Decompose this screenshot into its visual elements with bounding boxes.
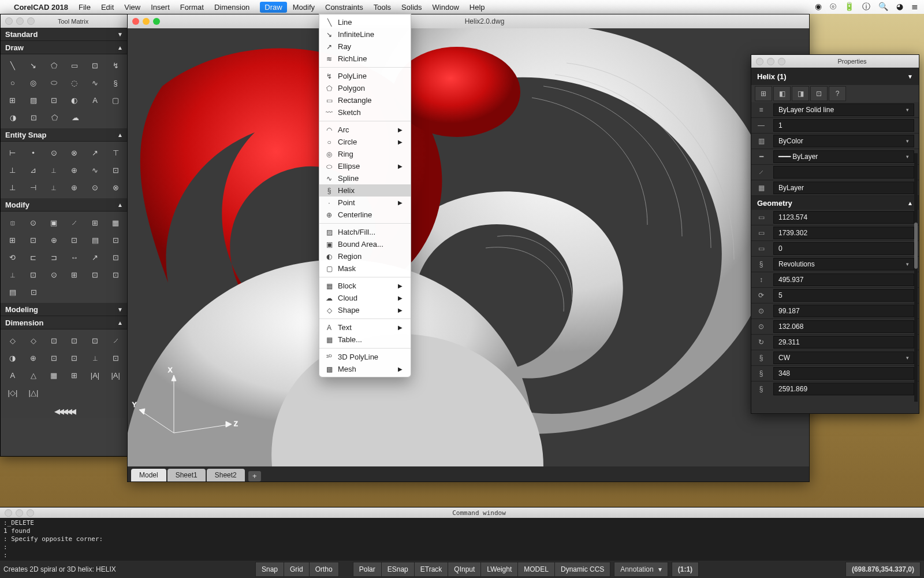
tool-button[interactable]: ⊡ bbox=[108, 251, 123, 264]
status-toggle-dynamic-ccs[interactable]: Dynamic CCS bbox=[555, 562, 610, 577]
properties-tool-button[interactable]: ? bbox=[829, 86, 846, 101]
status-toggle-polar[interactable]: Polar bbox=[353, 562, 382, 577]
menu-file[interactable]: File bbox=[79, 3, 91, 12]
menu-constraints[interactable]: Constraints bbox=[325, 3, 363, 12]
tool-button[interactable]: ⟂ bbox=[5, 268, 20, 281]
tool-button[interactable]: ∿ bbox=[88, 76, 103, 89]
tool-button[interactable]: ⊞ bbox=[67, 268, 82, 281]
menu-item-region[interactable]: ◐Region bbox=[319, 250, 411, 262]
menu-modify[interactable]: Modify bbox=[293, 3, 315, 12]
section-header[interactable]: Modify▲ bbox=[1, 198, 128, 212]
tool-button[interactable]: ⊕ bbox=[67, 181, 82, 194]
menu-item-polyline[interactable]: ↯PolyLine bbox=[319, 70, 411, 82]
menu-item-point[interactable]: ·Point▶ bbox=[319, 197, 411, 209]
info-tray-icon[interactable]: ⓘ bbox=[862, 2, 870, 12]
properties-scrollbar[interactable] bbox=[914, 153, 918, 402]
status-toggle-esnap[interactable]: ESnap bbox=[382, 562, 415, 577]
tool-button[interactable]: ⊕ bbox=[26, 351, 41, 364]
tool-button[interactable]: ⊡ bbox=[46, 334, 61, 347]
zoom-icon[interactable] bbox=[27, 17, 35, 25]
menu-item-table-[interactable]: ▦Table... bbox=[319, 334, 411, 346]
tool-button[interactable]: ⊞ bbox=[67, 369, 82, 381]
property-value[interactable]: 5 bbox=[773, 289, 914, 302]
menu-view[interactable]: View bbox=[124, 3, 140, 12]
menu-item-spline[interactable]: ∿Spline bbox=[319, 172, 411, 184]
menu-insert[interactable]: Insert bbox=[151, 3, 170, 12]
tool-button[interactable]: ⊡ bbox=[108, 164, 123, 176]
status-toggle-grid[interactable]: Grid bbox=[284, 562, 310, 577]
tool-button[interactable]: ↗ bbox=[88, 251, 103, 264]
tool-button[interactable]: ⊡ bbox=[26, 286, 41, 298]
tool-button[interactable]: ⊥ bbox=[5, 164, 20, 176]
close-icon[interactable] bbox=[5, 509, 12, 517]
tool-button[interactable]: ⊙ bbox=[88, 181, 103, 194]
property-value[interactable] bbox=[773, 166, 914, 179]
tool-button[interactable]: ⊥ bbox=[5, 181, 20, 194]
minimize-icon[interactable] bbox=[767, 58, 774, 65]
tool-button[interactable]: • bbox=[26, 146, 41, 159]
menu-item-infiniteline[interactable]: ↘InfiniteLine bbox=[319, 28, 411, 40]
tool-button[interactable]: ⊗ bbox=[67, 146, 82, 159]
zoom-icon[interactable] bbox=[27, 509, 34, 517]
annotation-dropdown[interactable]: Annotation▾ bbox=[614, 562, 668, 577]
menu-item-circle[interactable]: ○Circle▶ bbox=[319, 136, 411, 148]
tool-button[interactable]: ⊡ bbox=[108, 351, 123, 364]
property-value[interactable]: ByLayer bbox=[773, 181, 914, 194]
tool-button[interactable]: ⟂ bbox=[46, 164, 61, 176]
drawing-canvas[interactable]: X Y Z bbox=[128, 28, 809, 466]
tool-button[interactable]: ⊡ bbox=[108, 234, 123, 246]
tool-matrix-titlebar[interactable]: Tool Matrix bbox=[1, 14, 128, 28]
tool-button[interactable]: ◑ bbox=[5, 111, 20, 124]
tool-button[interactable]: ⊡ bbox=[88, 59, 103, 72]
tool-button[interactable]: ⊡ bbox=[67, 334, 82, 347]
status-toggle-ortho[interactable]: Ortho bbox=[310, 562, 339, 577]
status-toggle-snap[interactable]: Snap bbox=[255, 562, 284, 577]
tool-button[interactable]: ▭ bbox=[67, 59, 82, 72]
properties-tool-button[interactable]: ◨ bbox=[792, 86, 809, 101]
tool-button[interactable]: ◐ bbox=[67, 94, 82, 106]
siri-tray-icon[interactable]: ◕ bbox=[896, 2, 903, 12]
tool-button[interactable]: ◇ bbox=[5, 334, 20, 347]
zoom-icon[interactable] bbox=[778, 58, 785, 65]
menu-edit[interactable]: Edit bbox=[101, 3, 114, 12]
tool-button[interactable]: ⊕ bbox=[46, 234, 61, 246]
tool-button[interactable]: ⟋ bbox=[108, 334, 123, 347]
tool-button[interactable]: ⊡ bbox=[88, 334, 103, 347]
menu-tray-icon[interactable]: ≣ bbox=[911, 2, 918, 12]
property-value[interactable]: 0 bbox=[773, 242, 914, 255]
property-value[interactable]: Revolutions bbox=[773, 258, 914, 271]
property-value[interactable]: 1123.574 bbox=[773, 211, 914, 224]
scrollbar-thumb[interactable] bbox=[914, 223, 918, 269]
tool-button[interactable]: ▨ bbox=[26, 94, 41, 106]
tool-button[interactable]: ⊡ bbox=[26, 111, 41, 124]
tool-button[interactable]: ⊙ bbox=[46, 268, 61, 281]
geometry-section-header[interactable]: Geometry▲ bbox=[751, 196, 919, 210]
tool-button[interactable]: |A| bbox=[88, 369, 103, 381]
tool-button[interactable]: ▦ bbox=[108, 216, 123, 229]
menu-item-arc[interactable]: ◠Arc▶ bbox=[319, 124, 411, 136]
status-toggle-etrack[interactable]: ETrack bbox=[415, 562, 449, 577]
menu-format[interactable]: Format bbox=[180, 3, 204, 12]
tool-button[interactable]: ↔ bbox=[67, 251, 82, 264]
property-value[interactable]: CW bbox=[773, 351, 914, 364]
section-header[interactable]: Modeling▼ bbox=[1, 303, 128, 316]
tool-button[interactable]: |△| bbox=[26, 386, 41, 399]
menu-item-cloud[interactable]: ☁Cloud▶ bbox=[319, 292, 411, 304]
property-value[interactable]: 99.187 bbox=[773, 305, 914, 317]
tool-button[interactable]: ▦ bbox=[46, 369, 61, 381]
property-value[interactable]: 29.311 bbox=[773, 336, 914, 349]
property-value[interactable]: ByLayer Solid line bbox=[773, 103, 914, 116]
tool-button[interactable]: ▤ bbox=[88, 234, 103, 246]
property-value[interactable]: 495.937 bbox=[773, 273, 914, 286]
property-value[interactable]: 348 bbox=[773, 367, 914, 380]
tab-model[interactable]: Model bbox=[131, 469, 166, 481]
property-value[interactable]: 132.068 bbox=[773, 320, 914, 333]
tool-button[interactable]: ⟲ bbox=[5, 251, 20, 264]
minimize-icon[interactable] bbox=[16, 509, 23, 517]
menu-help[interactable]: Help bbox=[470, 3, 485, 12]
tool-button[interactable]: ⊙ bbox=[26, 216, 41, 229]
section-header[interactable]: Standard▼ bbox=[1, 28, 128, 41]
tool-button[interactable]: ↘ bbox=[26, 59, 41, 72]
zoom-icon[interactable] bbox=[153, 18, 160, 25]
tool-button[interactable]: ⊙ bbox=[46, 146, 61, 159]
